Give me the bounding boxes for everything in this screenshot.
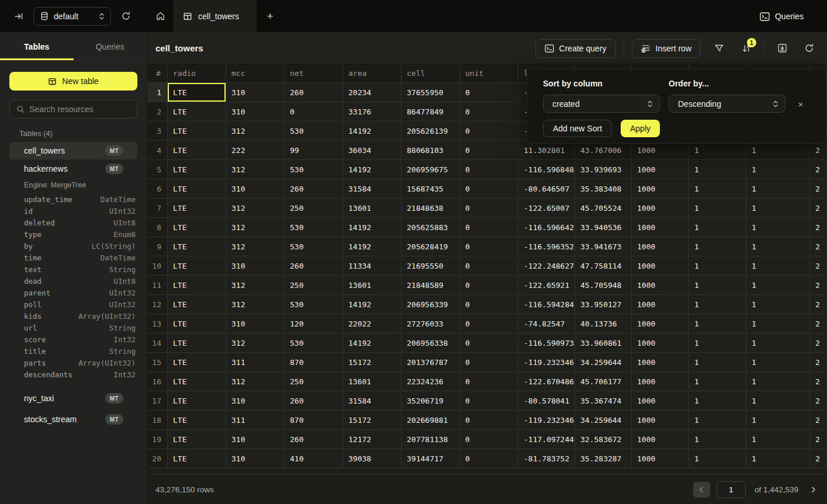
- table-cell[interactable]: 206959675: [402, 160, 460, 179]
- table-cell[interactable]: 2: [810, 333, 827, 353]
- table-cell[interactable]: 1: [689, 449, 746, 468]
- table-cell[interactable]: 0: [460, 160, 518, 179]
- table-cell[interactable]: 260: [285, 256, 343, 276]
- table-cell[interactable]: 45.705948: [575, 276, 632, 295]
- table-cell[interactable]: 1: [689, 411, 746, 430]
- table-cell[interactable]: LTE: [168, 160, 226, 179]
- table-cell[interactable]: 1: [689, 218, 746, 237]
- table-cell[interactable]: 2: [810, 160, 827, 179]
- apply-sort-button[interactable]: Apply: [621, 120, 660, 137]
- table-cell[interactable]: LTE: [168, 256, 226, 276]
- table-cell[interactable]: 86477849: [402, 102, 460, 121]
- table-cell[interactable]: 0: [460, 314, 518, 333]
- table-cell[interactable]: LTE: [168, 353, 226, 372]
- table-cell[interactable]: 870: [285, 353, 343, 372]
- column-header[interactable]: area: [343, 64, 402, 83]
- table-cell[interactable]: 1: [746, 430, 810, 449]
- sidebar-item-cell-towers[interactable]: cell_towers MT: [9, 142, 137, 159]
- table-cell[interactable]: 31584: [343, 391, 402, 411]
- table-cell[interactable]: 250: [285, 372, 343, 391]
- table-cell[interactable]: 870: [285, 411, 343, 430]
- table-cell[interactable]: 1000: [632, 218, 689, 237]
- table-cell[interactable]: 2: [810, 372, 827, 391]
- search-input[interactable]: [29, 105, 135, 114]
- table-cell[interactable]: -116.596642: [518, 218, 575, 237]
- table-cell[interactable]: 1: [746, 160, 810, 179]
- table-cell[interactable]: 260: [285, 391, 343, 411]
- table-cell[interactable]: 0: [460, 121, 518, 141]
- table-cell[interactable]: 206956338: [402, 333, 460, 353]
- table-cell[interactable]: 2: [810, 218, 827, 237]
- table-cell[interactable]: 33.939693: [575, 160, 632, 179]
- table-cell[interactable]: LTE: [168, 314, 226, 333]
- table-cell[interactable]: -116.590973: [518, 333, 575, 353]
- table-cell[interactable]: 1: [689, 199, 746, 218]
- table-cell[interactable]: 1: [689, 353, 746, 372]
- table-cell[interactable]: 35.283287: [575, 449, 632, 468]
- table-cell[interactable]: 1: [746, 449, 810, 468]
- table-cell[interactable]: 310: [226, 256, 285, 276]
- table-cell[interactable]: 1000: [632, 295, 689, 314]
- table-cell[interactable]: -116.596352: [518, 237, 575, 256]
- table-cell[interactable]: 2: [810, 391, 827, 411]
- table-cell[interactable]: 1000: [632, 391, 689, 411]
- tab-home[interactable]: [147, 0, 173, 32]
- table-cell[interactable]: LTE: [168, 411, 226, 430]
- table-cell[interactable]: 260: [285, 179, 343, 199]
- table-cell[interactable]: 250: [285, 276, 343, 295]
- table-cell[interactable]: 1000: [632, 179, 689, 199]
- table-cell[interactable]: 205626139: [402, 121, 460, 141]
- previous-page-button[interactable]: [693, 482, 710, 498]
- table-cell[interactable]: 0: [460, 276, 518, 295]
- filter-button[interactable]: [709, 39, 729, 58]
- table-cell[interactable]: -122.248627: [518, 256, 575, 276]
- table-cell[interactable]: 1000: [632, 314, 689, 333]
- table-cell[interactable]: 2: [810, 449, 827, 468]
- table-cell[interactable]: -119.232346: [518, 353, 575, 372]
- table-cell[interactable]: -122.65007: [518, 199, 575, 218]
- table-cell[interactable]: 1: [746, 199, 810, 218]
- table-cell[interactable]: 2: [810, 295, 827, 314]
- next-page-button[interactable]: [807, 486, 819, 493]
- table-cell[interactable]: 14192: [343, 237, 402, 256]
- table-cell[interactable]: 0: [460, 102, 518, 121]
- table-cell[interactable]: 13601: [343, 276, 402, 295]
- table-cell[interactable]: 2: [810, 199, 827, 218]
- table-cell[interactable]: 1: [746, 314, 810, 333]
- table-cell[interactable]: 1: [746, 179, 810, 199]
- table-cell[interactable]: 1: [746, 276, 810, 295]
- table-cell[interactable]: -122.670486: [518, 372, 575, 391]
- table-cell[interactable]: 530: [285, 121, 343, 141]
- table-cell[interactable]: 39144717: [402, 449, 460, 468]
- download-button[interactable]: [772, 39, 792, 58]
- table-cell[interactable]: 1000: [632, 199, 689, 218]
- table-cell[interactable]: LTE: [168, 276, 226, 295]
- table-cell[interactable]: 35.367474: [575, 391, 632, 411]
- table-cell[interactable]: 1000: [632, 430, 689, 449]
- table-cell[interactable]: 1: [689, 160, 746, 179]
- table-cell[interactable]: -80.646507: [518, 179, 575, 199]
- table-cell[interactable]: 14192: [343, 333, 402, 353]
- table-cell[interactable]: 15172: [343, 353, 402, 372]
- table-cell[interactable]: LTE: [168, 430, 226, 449]
- sort-button[interactable]: 1: [736, 39, 756, 58]
- table-cell[interactable]: 0: [460, 256, 518, 276]
- page-number-input[interactable]: [717, 481, 746, 498]
- table-cell[interactable]: -117.097244: [518, 430, 575, 449]
- table-cell[interactable]: LTE: [168, 141, 226, 160]
- table-cell[interactable]: LTE: [168, 333, 226, 353]
- table-cell[interactable]: 11334: [343, 256, 402, 276]
- table-cell[interactable]: 1: [689, 276, 746, 295]
- table-cell[interactable]: 20234: [343, 83, 402, 102]
- table-cell[interactable]: 1000: [632, 237, 689, 256]
- table-cell[interactable]: 14192: [343, 160, 402, 179]
- table-cell[interactable]: 1: [746, 256, 810, 276]
- table-cell[interactable]: 222: [226, 141, 285, 160]
- table-cell[interactable]: 0: [460, 353, 518, 372]
- table-cell[interactable]: 27276033: [402, 314, 460, 333]
- table-cell[interactable]: 1000: [632, 160, 689, 179]
- table-cell[interactable]: LTE: [168, 83, 226, 102]
- remove-sort-button[interactable]: ×: [794, 98, 807, 110]
- table-cell[interactable]: 1: [689, 237, 746, 256]
- add-new-sort-button[interactable]: Add new Sort: [543, 120, 612, 137]
